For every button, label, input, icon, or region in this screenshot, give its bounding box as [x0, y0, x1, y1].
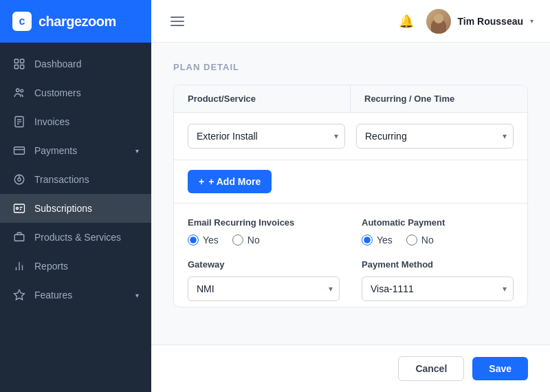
- cancel-button[interactable]: Cancel: [398, 356, 464, 381]
- col-header-recurring: Recurring / One Time: [351, 85, 527, 112]
- auto-payment-label: Automatic Payment: [362, 217, 514, 228]
- sidebar-item-subscriptions[interactable]: Subscriptions: [0, 194, 151, 223]
- app-header: 🔔 Tim Rousseau ▾: [151, 0, 550, 43]
- sidebar-item-label: Subscriptions: [34, 203, 92, 214]
- sidebar-item-dashboard[interactable]: Dashboard: [0, 50, 151, 78]
- payment-method-group: Payment Method Visa-1111 Mastercard-4242…: [362, 259, 514, 301]
- plan-detail-card: Product/Service Recurring / One Time Ext…: [173, 85, 528, 307]
- svg-point-16: [16, 208, 19, 210]
- payments-icon: [12, 144, 26, 157]
- sidebar: c chargezoom Dashboard Customers Invoice…: [0, 0, 151, 392]
- chevron-down-icon: ▾: [530, 17, 534, 25]
- hamburger-line: [170, 21, 184, 22]
- email-no-radio[interactable]: [232, 235, 243, 246]
- products-icon: [12, 230, 26, 244]
- logo-text: chargezoom: [38, 14, 116, 30]
- auto-payment-radio-group: Yes No: [362, 235, 514, 246]
- gateway-group: Gateway NMI Stripe Authorize.net ▾: [188, 259, 340, 301]
- sidebar-item-transactions[interactable]: Transactions: [0, 165, 151, 194]
- sidebar-item-customers[interactable]: Customers: [0, 78, 151, 107]
- recurring-select-wrapper: Recurring One Time ▾: [356, 124, 514, 149]
- product-select-wrapper: Exterior Install Interior Install Mainte…: [188, 124, 345, 149]
- email-recurring-group: Email Recurring Invoices Yes No: [188, 217, 340, 246]
- svg-marker-20: [14, 290, 25, 300]
- svg-point-4: [16, 89, 20, 92]
- gateway-select-wrapper: NMI Stripe Authorize.net ▾: [188, 276, 340, 301]
- payment-method-label: Payment Method: [362, 259, 514, 270]
- logo-icon: c: [12, 12, 32, 31]
- email-no-radio-label[interactable]: No: [232, 235, 260, 246]
- sidebar-item-payments[interactable]: Payments ▾: [0, 136, 151, 165]
- sidebar-logo: c chargezoom: [0, 0, 151, 43]
- col-header-product: Product/Service: [174, 85, 351, 112]
- chevron-down-icon: ▾: [135, 292, 139, 299]
- sidebar-item-label: Features: [34, 290, 72, 301]
- page-title: PLAN DETAIL: [173, 62, 528, 72]
- features-icon: [12, 288, 26, 302]
- add-more-label: + Add More: [208, 176, 261, 187]
- auto-yes-radio-label[interactable]: Yes: [362, 235, 393, 246]
- sidebar-item-reports[interactable]: Reports: [0, 252, 151, 281]
- gateway-label: Gateway: [188, 259, 340, 270]
- invoices-icon: [12, 115, 26, 129]
- svg-point-5: [21, 89, 23, 92]
- email-recurring-radio-group: Yes No: [188, 235, 340, 246]
- product-select[interactable]: Exterior Install Interior Install Mainte…: [188, 124, 345, 149]
- svg-rect-3: [21, 65, 24, 69]
- main-area: 🔔 Tim Rousseau ▾ PLAN DETAIL Product/Ser…: [151, 0, 550, 392]
- user-menu[interactable]: Tim Rousseau ▾: [426, 9, 534, 34]
- svg-rect-2: [14, 65, 18, 69]
- payment-method-select[interactable]: Visa-1111 Mastercard-4242: [362, 276, 514, 301]
- svg-rect-15: [14, 204, 25, 213]
- add-more-row: + + Add More: [174, 160, 527, 204]
- form-grid: Email Recurring Invoices Yes No: [188, 217, 514, 301]
- sidebar-item-features[interactable]: Features ▾: [0, 281, 151, 309]
- payment-method-select-wrapper: Visa-1111 Mastercard-4242 ▾: [362, 276, 514, 301]
- subscriptions-icon: [12, 202, 26, 215]
- auto-payment-group: Automatic Payment Yes No: [362, 217, 514, 246]
- recurring-select[interactable]: Recurring One Time: [356, 124, 514, 149]
- plan-row: Exterior Install Interior Install Mainte…: [174, 113, 527, 160]
- user-name: Tim Rousseau: [458, 16, 523, 27]
- email-no-text: No: [248, 235, 260, 246]
- email-recurring-label: Email Recurring Invoices: [188, 217, 340, 228]
- email-yes-radio-label[interactable]: Yes: [188, 235, 219, 246]
- sidebar-item-label: Transactions: [34, 174, 89, 185]
- auto-no-radio-label[interactable]: No: [406, 235, 434, 246]
- sidebar-item-label: Reports: [34, 261, 68, 272]
- svg-rect-10: [14, 147, 25, 155]
- reports-icon: [12, 259, 26, 273]
- sidebar-item-label: Customers: [34, 87, 81, 98]
- hamburger-button[interactable]: [168, 14, 187, 29]
- auto-yes-text: Yes: [377, 235, 393, 246]
- sidebar-item-products-services[interactable]: Products & Services: [0, 223, 151, 252]
- notification-bell-icon[interactable]: 🔔: [399, 14, 414, 29]
- form-section: Email Recurring Invoices Yes No: [174, 204, 527, 307]
- transactions-icon: [12, 173, 26, 186]
- gateway-select[interactable]: NMI Stripe Authorize.net: [188, 276, 340, 301]
- nav-menu: Dashboard Customers Invoices Payments ▾: [0, 43, 151, 392]
- page-content: PLAN DETAIL Product/Service Recurring / …: [151, 43, 550, 345]
- add-more-button[interactable]: + + Add More: [188, 170, 272, 193]
- chevron-down-icon: ▾: [135, 147, 139, 155]
- sidebar-item-label: Products & Services: [34, 232, 121, 243]
- auto-yes-radio[interactable]: [362, 235, 373, 246]
- plus-icon: +: [199, 176, 204, 187]
- auto-no-text: No: [421, 235, 434, 246]
- hamburger-line: [170, 17, 184, 18]
- dashboard-icon: [12, 57, 26, 71]
- customers-icon: [12, 86, 26, 100]
- page-footer: Cancel Save: [151, 345, 550, 392]
- table-header: Product/Service Recurring / One Time: [174, 85, 527, 113]
- sidebar-item-label: Invoices: [34, 116, 69, 127]
- auto-no-radio[interactable]: [406, 235, 417, 246]
- svg-point-13: [18, 178, 21, 182]
- sidebar-item-label: Payments: [34, 145, 77, 156]
- email-yes-text: Yes: [203, 235, 219, 246]
- save-button[interactable]: Save: [472, 357, 528, 380]
- sidebar-item-label: Dashboard: [34, 58, 82, 69]
- svg-rect-0: [14, 59, 18, 63]
- svg-rect-1: [21, 59, 24, 63]
- sidebar-item-invoices[interactable]: Invoices: [0, 107, 151, 136]
- email-yes-radio[interactable]: [188, 235, 199, 246]
